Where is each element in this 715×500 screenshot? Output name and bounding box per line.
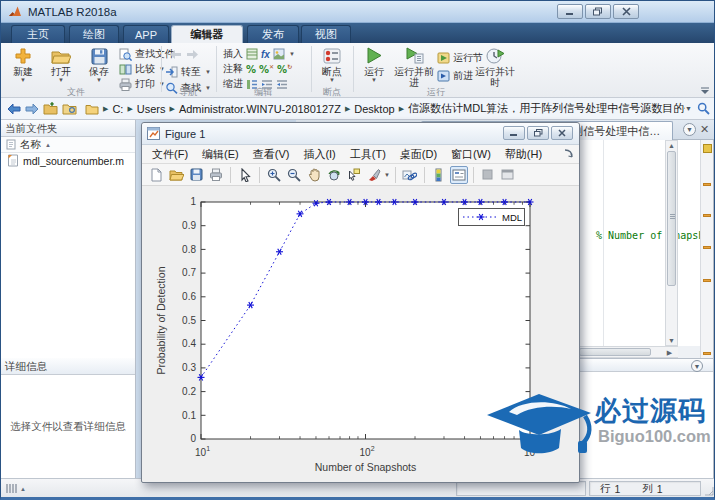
colorbar-icon[interactable] [430,166,448,184]
new-figure-icon[interactable] [147,166,165,184]
up-folder-icon[interactable] [43,102,58,115]
legend-toggle-icon[interactable] [450,166,468,184]
minimize-button[interactable] [557,4,583,19]
legend[interactable]: MDL [459,209,525,226]
data-cursor-icon[interactable] [345,166,363,184]
run-advance-button[interactable]: 运行并前进 [394,45,434,88]
back-icon[interactable] [7,103,21,115]
code-warning-marker[interactable] [703,214,711,217]
dock-figure-icon[interactable] [563,148,574,159]
scroll-up-icon[interactable]: ▲ [666,142,677,149]
lower-panel-actions-button[interactable]: ▼ [691,360,703,372]
forward-icon[interactable] [25,103,39,115]
figure-menu-item[interactable]: 查看(V) [246,147,297,162]
save-button[interactable]: 保存▼ [81,45,117,83]
code-warning-marker[interactable] [703,246,711,249]
ribbon-tab-2[interactable]: APP [123,25,169,43]
breadcrumb-segment[interactable]: Users [134,103,169,115]
open-button[interactable]: 打开▼ [43,45,79,83]
run-button[interactable]: 运行▼ [357,45,391,83]
mdl-plot[interactable]: 00.10.20.30.40.50.60.70.80.91101102103MD… [143,186,579,482]
rotate-3d-icon[interactable] [325,166,343,184]
restore-button[interactable] [585,4,611,19]
ribbon-tab-5[interactable]: 视图 [301,25,351,43]
breadcrumb-separator-icon: ▶ [126,105,133,113]
code-warning-marker[interactable] [703,279,711,282]
forward-arrow-icon-disabled[interactable] [186,49,199,60]
figure-window-controls [503,126,573,140]
editor-close-icon[interactable]: ✕ [700,123,709,136]
details-header: 详细信息 [1,358,135,375]
figure-menu-item[interactable]: 桌面(D) [393,147,444,162]
figure-restore-button[interactable] [527,126,549,140]
compare-button[interactable]: 比较▼ [119,62,165,76]
advance-button[interactable]: 前进 [437,69,473,83]
scroll-down-icon[interactable]: ▼ [666,337,677,344]
edit-plot-cursor-icon[interactable] [236,166,254,184]
comment-row[interactable]: 注释 % %✕ %↻ [223,62,292,76]
code-warning-marker[interactable] [703,352,711,355]
advance-icon [437,70,450,82]
code-analyzer-indicator[interactable] [703,144,712,153]
titlebar: MATLAB R2018a [1,1,715,23]
run-time-button[interactable]: 运行并计时 [475,45,515,88]
print-label: 打印 [135,77,155,91]
compare-label: 比较 [135,62,155,76]
back-arrow-icon-disabled[interactable] [169,49,182,60]
zoom-out-icon[interactable] [285,166,303,184]
figure-close-button[interactable] [551,126,573,140]
close-button[interactable] [613,4,639,19]
collapse-ribbon-icon[interactable] [700,87,710,95]
breadcrumb-segment[interactable]: Administrator.WIN7U-20180127Z [176,103,344,115]
ribbon-tab-1[interactable]: 绘图 [69,25,119,43]
path-dropdown-icon[interactable]: ▼ [685,105,692,112]
ribbon-tab-4[interactable]: 发布 [247,25,299,43]
insert-row[interactable]: 插入 fx ▼ [223,47,295,61]
code-warning-marker[interactable] [703,183,711,186]
brush-dropdown-icon[interactable]: ▼ [384,172,390,178]
editor-vertical-scrollbar[interactable]: ▲ ▼ [665,140,678,346]
figure-menu-item[interactable]: 工具(T) [343,147,393,162]
goto-button[interactable]: 转至▼ [165,65,211,79]
undock-disabled-icon[interactable] [499,166,517,184]
figure-menu-item[interactable]: 帮助(H) [498,147,549,162]
statusbar-grip[interactable]: ▲ [6,484,26,493]
open-file-icon[interactable] [167,166,185,184]
breadcrumb-segment[interactable]: 信源数估计MDL算法，用于阵列信号处理中信号源数目的估计 [405,101,685,116]
breadcrumb-segment[interactable]: Desktop [351,103,397,115]
figure-menu-item[interactable]: 编辑(E) [195,147,246,162]
y-tick-label: 0.1 [182,410,196,421]
plot-area[interactable]: 00.10.20.30.40.50.60.70.80.91101102103MD… [143,186,579,482]
find-files-button[interactable]: 查找文件 [119,47,175,61]
fx-icon: fx [261,49,270,60]
figure-menu-item[interactable]: 窗口(W) [444,147,498,162]
breakpoints-button[interactable]: 断点▼ [315,45,349,83]
browse-folder-icon[interactable] [62,102,77,115]
figure-menu-item[interactable]: 文件(F) [145,147,195,162]
file-row[interactable]: mdl_sourcenumber.m [1,153,135,168]
hscrollbar-thumb[interactable] [579,348,651,356]
resize-grip-icon[interactable] [704,486,714,496]
ribbon-tab-3[interactable]: 编辑器 [171,25,243,43]
pan-hand-icon[interactable] [305,166,323,184]
breadcrumb-segment[interactable]: C: [109,103,126,115]
save-figure-icon[interactable] [187,166,205,184]
brush-icon[interactable] [365,166,383,184]
dock-disabled-icon[interactable] [479,166,497,184]
new-script-button[interactable]: 新建▼ [5,45,41,83]
name-column-header[interactable]: 名称 ▲ [1,137,135,153]
zoom-in-icon[interactable] [265,166,283,184]
scroll-right-icon[interactable]: ▶ [664,349,675,357]
axes-background [201,202,530,439]
editor-actions-button[interactable]: ▼ [683,123,696,136]
figure-minimize-button[interactable] [503,126,525,140]
details-body: 选择文件以查看详细信息 [1,375,135,478]
ribbon-tab-0[interactable]: 主页 [11,25,65,43]
scrollbar-thumb[interactable] [667,151,676,286]
window-controls [557,4,639,19]
figure-titlebar[interactable]: Figure 1 [142,123,579,145]
search-folder-icon[interactable] [697,102,710,115]
link-plot-icon[interactable] [401,166,419,184]
print-figure-icon[interactable] [207,166,225,184]
figure-menu-item[interactable]: 插入(I) [296,147,342,162]
